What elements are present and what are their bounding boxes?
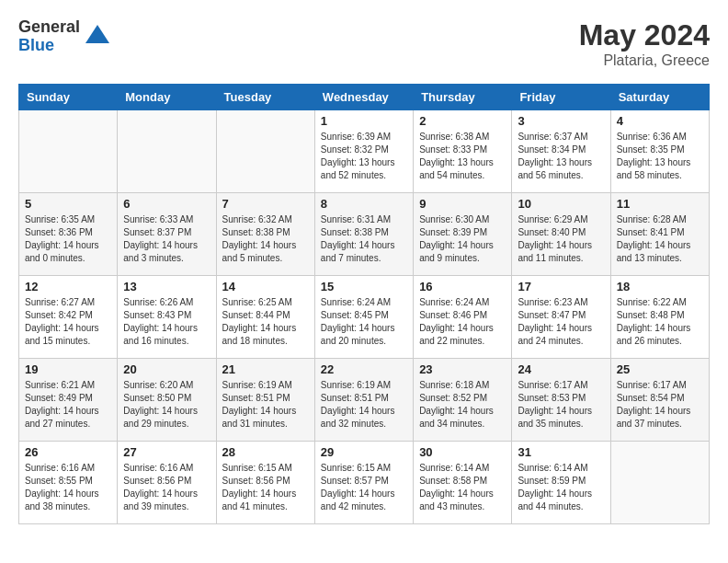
day-number: 31 xyxy=(518,445,604,459)
day-info: Sunrise: 6:30 AMSunset: 8:39 PMDaylight:… xyxy=(419,213,506,265)
day-number: 4 xyxy=(617,114,703,128)
day-number: 10 xyxy=(518,197,604,211)
day-cell: 10Sunrise: 6:29 AMSunset: 8:40 PMDayligh… xyxy=(512,193,610,276)
day-cell: 9Sunrise: 6:30 AMSunset: 8:39 PMDaylight… xyxy=(414,193,512,276)
day-number: 22 xyxy=(321,362,407,376)
day-cell: 22Sunrise: 6:19 AMSunset: 8:51 PMDayligh… xyxy=(314,359,413,442)
day-number: 1 xyxy=(321,114,407,128)
day-info: Sunrise: 6:14 AMSunset: 8:59 PMDaylight:… xyxy=(518,462,604,513)
day-cell: 27Sunrise: 6:16 AMSunset: 8:56 PMDayligh… xyxy=(118,442,216,524)
day-cell: 23Sunrise: 6:18 AMSunset: 8:52 PMDayligh… xyxy=(414,359,512,442)
day-number: 3 xyxy=(518,114,604,128)
day-number: 7 xyxy=(222,197,309,211)
day-cell: 11Sunrise: 6:28 AMSunset: 8:41 PMDayligh… xyxy=(610,193,709,276)
day-cell: 14Sunrise: 6:25 AMSunset: 8:44 PMDayligh… xyxy=(216,276,314,359)
week-row-2: 5Sunrise: 6:35 AMSunset: 8:36 PMDaylight… xyxy=(19,193,710,276)
day-info: Sunrise: 6:38 AMSunset: 8:33 PMDaylight:… xyxy=(419,131,506,182)
day-header-wednesday: Wednesday xyxy=(314,85,413,110)
day-number: 13 xyxy=(123,280,210,293)
day-header-thursday: Thursday xyxy=(414,85,512,110)
day-cell: 15Sunrise: 6:24 AMSunset: 8:45 PMDayligh… xyxy=(314,276,413,359)
day-cell: 4Sunrise: 6:36 AMSunset: 8:35 PMDaylight… xyxy=(610,110,709,193)
day-info: Sunrise: 6:15 AMSunset: 8:56 PMDaylight:… xyxy=(222,462,309,513)
day-number: 18 xyxy=(617,280,703,293)
day-info: Sunrise: 6:33 AMSunset: 8:37 PMDaylight:… xyxy=(123,213,210,265)
day-header-monday: Monday xyxy=(118,85,216,110)
location: Plataria, Greece xyxy=(579,52,710,69)
day-info: Sunrise: 6:24 AMSunset: 8:46 PMDaylight:… xyxy=(419,296,506,348)
logo: General Blue xyxy=(18,18,111,55)
day-info: Sunrise: 6:36 AMSunset: 8:35 PMDaylight:… xyxy=(617,131,703,182)
day-cell: 5Sunrise: 6:35 AMSunset: 8:36 PMDaylight… xyxy=(19,193,118,276)
day-number: 29 xyxy=(321,445,407,459)
day-cell: 17Sunrise: 6:23 AMSunset: 8:47 PMDayligh… xyxy=(512,276,610,359)
day-cell: 3Sunrise: 6:37 AMSunset: 8:34 PMDaylight… xyxy=(512,110,610,193)
day-cell xyxy=(19,110,118,193)
day-number: 15 xyxy=(321,280,407,293)
day-info: Sunrise: 6:16 AMSunset: 8:55 PMDaylight:… xyxy=(25,462,111,513)
day-info: Sunrise: 6:22 AMSunset: 8:48 PMDaylight:… xyxy=(617,296,703,348)
day-info: Sunrise: 6:27 AMSunset: 8:42 PMDaylight:… xyxy=(25,296,111,348)
week-row-1: 1Sunrise: 6:39 AMSunset: 8:32 PMDaylight… xyxy=(19,110,710,193)
day-header-sunday: Sunday xyxy=(19,85,118,110)
day-cell xyxy=(118,110,216,193)
day-info: Sunrise: 6:37 AMSunset: 8:34 PMDaylight:… xyxy=(518,131,604,182)
day-info: Sunrise: 6:26 AMSunset: 8:43 PMDaylight:… xyxy=(123,296,210,348)
day-cell: 25Sunrise: 6:17 AMSunset: 8:54 PMDayligh… xyxy=(610,359,709,442)
day-cell xyxy=(610,442,709,524)
day-number: 30 xyxy=(419,445,506,459)
day-number: 17 xyxy=(518,280,604,293)
day-info: Sunrise: 6:20 AMSunset: 8:50 PMDaylight:… xyxy=(123,379,210,431)
day-info: Sunrise: 6:21 AMSunset: 8:49 PMDaylight:… xyxy=(25,379,111,431)
day-number: 21 xyxy=(222,362,309,376)
day-cell: 19Sunrise: 6:21 AMSunset: 8:49 PMDayligh… xyxy=(19,359,118,442)
day-cell: 24Sunrise: 6:17 AMSunset: 8:53 PMDayligh… xyxy=(512,359,610,442)
header-row: SundayMondayTuesdayWednesdayThursdayFrid… xyxy=(19,85,710,110)
day-cell: 28Sunrise: 6:15 AMSunset: 8:56 PMDayligh… xyxy=(216,442,314,524)
day-number: 23 xyxy=(419,362,506,376)
day-number: 14 xyxy=(222,280,309,293)
day-number: 16 xyxy=(419,280,506,293)
logo-general: General xyxy=(18,18,80,37)
day-number: 6 xyxy=(123,197,210,211)
day-cell: 6Sunrise: 6:33 AMSunset: 8:37 PMDaylight… xyxy=(118,193,216,276)
week-row-4: 19Sunrise: 6:21 AMSunset: 8:49 PMDayligh… xyxy=(19,359,710,442)
day-number: 27 xyxy=(123,445,210,459)
day-number: 24 xyxy=(518,362,604,376)
svg-marker-0 xyxy=(85,25,109,43)
page-header: General Blue May 2024 Plataria, Greece xyxy=(18,18,710,69)
day-cell: 26Sunrise: 6:16 AMSunset: 8:55 PMDayligh… xyxy=(19,442,118,524)
day-cell: 31Sunrise: 6:14 AMSunset: 8:59 PMDayligh… xyxy=(512,442,610,524)
day-info: Sunrise: 6:39 AMSunset: 8:32 PMDaylight:… xyxy=(321,131,407,182)
day-info: Sunrise: 6:15 AMSunset: 8:57 PMDaylight:… xyxy=(321,462,407,513)
day-cell: 29Sunrise: 6:15 AMSunset: 8:57 PMDayligh… xyxy=(314,442,413,524)
day-info: Sunrise: 6:35 AMSunset: 8:36 PMDaylight:… xyxy=(25,213,111,265)
day-cell: 16Sunrise: 6:24 AMSunset: 8:46 PMDayligh… xyxy=(414,276,512,359)
day-number: 12 xyxy=(25,280,111,293)
day-number: 20 xyxy=(123,362,210,376)
day-cell: 30Sunrise: 6:14 AMSunset: 8:58 PMDayligh… xyxy=(414,442,512,524)
day-number: 26 xyxy=(25,445,111,459)
day-number: 5 xyxy=(25,197,111,211)
day-cell: 12Sunrise: 6:27 AMSunset: 8:42 PMDayligh… xyxy=(19,276,118,359)
day-number: 25 xyxy=(617,362,703,376)
day-info: Sunrise: 6:32 AMSunset: 8:38 PMDaylight:… xyxy=(222,213,309,265)
calendar-table: SundayMondayTuesdayWednesdayThursdayFrid… xyxy=(18,84,710,524)
day-cell: 20Sunrise: 6:20 AMSunset: 8:50 PMDayligh… xyxy=(118,359,216,442)
week-row-3: 12Sunrise: 6:27 AMSunset: 8:42 PMDayligh… xyxy=(19,276,710,359)
day-cell xyxy=(216,110,314,193)
day-number: 8 xyxy=(321,197,407,211)
day-info: Sunrise: 6:28 AMSunset: 8:41 PMDaylight:… xyxy=(617,213,703,265)
day-info: Sunrise: 6:23 AMSunset: 8:47 PMDaylight:… xyxy=(518,296,604,348)
day-info: Sunrise: 6:18 AMSunset: 8:52 PMDaylight:… xyxy=(419,379,506,431)
day-info: Sunrise: 6:17 AMSunset: 8:54 PMDaylight:… xyxy=(617,379,703,431)
logo-blue: Blue xyxy=(18,37,80,55)
day-info: Sunrise: 6:14 AMSunset: 8:58 PMDaylight:… xyxy=(419,462,506,513)
day-cell: 18Sunrise: 6:22 AMSunset: 8:48 PMDayligh… xyxy=(610,276,709,359)
day-number: 28 xyxy=(222,445,309,459)
day-header-saturday: Saturday xyxy=(610,85,709,110)
day-header-friday: Friday xyxy=(512,85,610,110)
day-cell: 8Sunrise: 6:31 AMSunset: 8:38 PMDaylight… xyxy=(314,193,413,276)
day-info: Sunrise: 6:19 AMSunset: 8:51 PMDaylight:… xyxy=(222,379,309,431)
day-info: Sunrise: 6:29 AMSunset: 8:40 PMDaylight:… xyxy=(518,213,604,265)
